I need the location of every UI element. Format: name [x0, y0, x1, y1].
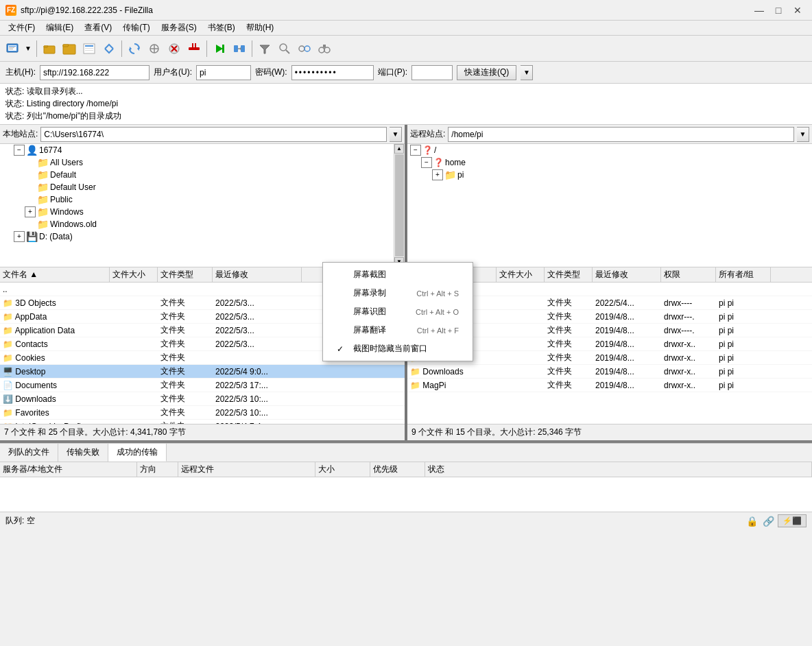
tb-site-manager-dropdown[interactable]: ▼ [23, 39, 34, 58]
tab-successful-transfers[interactable]: 成功的传输 [108, 444, 167, 462]
tree-node-defaultuser[interactable]: 📁 Default User [0, 181, 394, 193]
menu-transfer[interactable]: 传输(T) [117, 21, 155, 35]
tree-node-pi[interactable]: + 📁 pi [407, 169, 812, 181]
menu-file[interactable]: 文件(F) [3, 21, 40, 35]
tb-process-queue[interactable] [210, 39, 229, 58]
tb-site-manager[interactable] [3, 39, 22, 58]
tree-node-default[interactable]: 📁 Default [0, 169, 394, 181]
close-button[interactable]: ✕ [789, 3, 807, 17]
expander-data[interactable]: + [14, 231, 25, 242]
tb-queue-transfer[interactable] [230, 39, 249, 58]
username-input[interactable] [196, 65, 251, 80]
tree-node-windowsold[interactable]: 📁 Windows.old [0, 218, 394, 230]
host-input[interactable] [40, 65, 150, 80]
remote-col-size[interactable]: 文件大小 [497, 267, 545, 282]
local-path-input[interactable] [40, 127, 387, 142]
icon-default: 📁 [37, 169, 49, 180]
ctx-recognize[interactable]: 屏幕识图 Ctrl + Alt + O [323, 302, 473, 321]
ctx-hide-window[interactable]: ✓ 截图时隐藏当前窗口 [323, 339, 473, 358]
password-input[interactable] [291, 65, 374, 80]
expander-16774[interactable]: − [14, 145, 25, 156]
icon-public: 📁 [37, 194, 49, 205]
tb-local-dir-small[interactable] [40, 39, 59, 58]
svg-point-31 [319, 47, 324, 53]
window-title: sftp://pi@192.168.222.235 - FileZilla [21, 5, 153, 15]
ctx-screenshot[interactable]: 屏幕截图 [323, 265, 473, 284]
speed-indicator: ⚡⬛ [778, 514, 807, 527]
expander-root[interactable]: − [410, 145, 421, 156]
menu-view[interactable]: 查看(V) [79, 21, 117, 35]
tb-local-list[interactable] [80, 39, 99, 58]
remote-col-owner[interactable]: 所有者/组 [716, 267, 771, 282]
quick-connect-button[interactable]: 快速连接(Q) [457, 65, 516, 80]
menu-server[interactable]: 服务器(S) [156, 21, 202, 35]
menu-bookmark[interactable]: 书签(B) [202, 21, 241, 35]
local-tree-scrollbar[interactable]: ▲ ▼ [394, 144, 405, 267]
expander-windows[interactable]: + [25, 206, 36, 217]
file-row-favorites[interactable]: 📁 Favorites 文件夹 2022/5/3 10:... [0, 406, 405, 420]
remote-col-perms[interactable]: 权限 [661, 267, 716, 282]
menu-help[interactable]: 帮助(H) [241, 21, 280, 35]
tree-node-public[interactable]: 📁 Public [0, 193, 394, 206]
icon-pi: 📁 [444, 169, 456, 180]
quick-connect-dropdown[interactable]: ▼ [521, 65, 533, 80]
remote-row-magpi[interactable]: 📁 MagPi 文件夹 2019/4/8... drwxr-x.. pi pi [407, 379, 812, 392]
queue-col-size[interactable]: 大小 [315, 462, 370, 477]
svg-rect-19 [189, 47, 200, 50]
remote-row-downloads[interactable]: 📁 Downloads 文件夹 2019/4/8... drwxr-x.. pi… [407, 365, 812, 379]
file-row-downloads[interactable]: ⬇️ Downloads 文件夹 2022/5/3 10:... [0, 392, 405, 406]
queue-col-priority[interactable]: 优先级 [370, 462, 425, 477]
queue-col-direction[interactable]: 方向 [137, 462, 178, 477]
status-line-3: 状态: 列出"/home/pi"的目录成功 [5, 110, 807, 122]
ctx-translate[interactable]: 屏幕翻译 Ctrl + Alt + F [323, 321, 473, 339]
file-row-desktop[interactable]: 🖥️ Desktop 文件夹 2022/5/4 9:0... [0, 365, 405, 379]
local-col-modified[interactable]: 最近修改 [213, 267, 302, 282]
svg-rect-24 [234, 45, 238, 52]
tb-binoculars[interactable] [315, 39, 334, 58]
queue-col-server[interactable]: 服务器/本地文件 [0, 462, 137, 477]
maximize-button[interactable]: □ [769, 3, 787, 17]
remote-path-input[interactable] [448, 127, 794, 142]
ctx-record[interactable]: 屏幕录制 Ctrl + Alt + S [323, 284, 473, 302]
tree-node-home[interactable]: − ❓ home [407, 156, 812, 169]
remote-panel-label: 远程站点: [410, 128, 445, 140]
expander-pi[interactable]: + [432, 169, 443, 180]
tb-cancel[interactable] [165, 39, 184, 58]
tree-node-windows[interactable]: + 📁 Windows [0, 206, 394, 218]
tb-filter[interactable] [255, 39, 274, 58]
tab-failed-transfers[interactable]: 传输失败 [58, 444, 108, 462]
tb-disconnect[interactable] [184, 39, 204, 58]
svg-point-29 [299, 46, 304, 51]
remote-col-modified[interactable]: 最近修改 [593, 267, 661, 282]
remote-path-dropdown[interactable]: ▼ [797, 127, 809, 142]
tb-local-sync[interactable] [99, 39, 119, 58]
tab-queued-files[interactable]: 列队的文件 [0, 444, 58, 462]
tb-toggle-hidden[interactable] [145, 39, 164, 58]
local-col-name[interactable]: 文件名 ▲ [0, 267, 110, 282]
tb-search[interactable] [275, 39, 294, 58]
title-bar: FZ sftp://pi@192.168.222.235 - FileZilla… [0, 0, 812, 21]
tree-node-root[interactable]: − ❓ / [407, 144, 812, 156]
expander-home[interactable]: − [421, 157, 432, 168]
svg-marker-22 [216, 45, 223, 53]
toolbar-section-5 [255, 39, 334, 58]
local-col-type[interactable]: 文件类型 [158, 267, 213, 282]
tb-local-dir-large[interactable] [60, 39, 79, 58]
tree-node-allusers[interactable]: 📁 All Users [0, 156, 394, 169]
remote-col-type[interactable]: 文件类型 [545, 267, 593, 282]
tb-compare[interactable] [295, 39, 314, 58]
queue-col-status[interactable]: 状态 [425, 462, 812, 477]
icon-windowsold: 📁 [37, 219, 49, 230]
minimize-button[interactable]: — [750, 3, 768, 17]
menu-edit[interactable]: 编辑(E) [40, 21, 79, 35]
local-col-size[interactable]: 文件大小 [110, 267, 158, 282]
tree-node-data[interactable]: + 💾 D: (Data) [0, 230, 394, 243]
tb-refresh[interactable] [125, 39, 144, 58]
local-status: 7 个文件 和 25 个目录。大小总计: 4,341,780 字节 [0, 424, 405, 440]
svg-point-30 [304, 46, 310, 51]
file-row-documents[interactable]: 📄 Documents 文件夹 2022/5/3 17:... [0, 379, 405, 392]
local-path-dropdown[interactable]: ▼ [390, 127, 402, 142]
port-input[interactable] [411, 65, 453, 80]
tree-node-16774[interactable]: − 👤 16774 [0, 144, 394, 156]
queue-col-remote[interactable]: 远程文件 [178, 462, 315, 477]
